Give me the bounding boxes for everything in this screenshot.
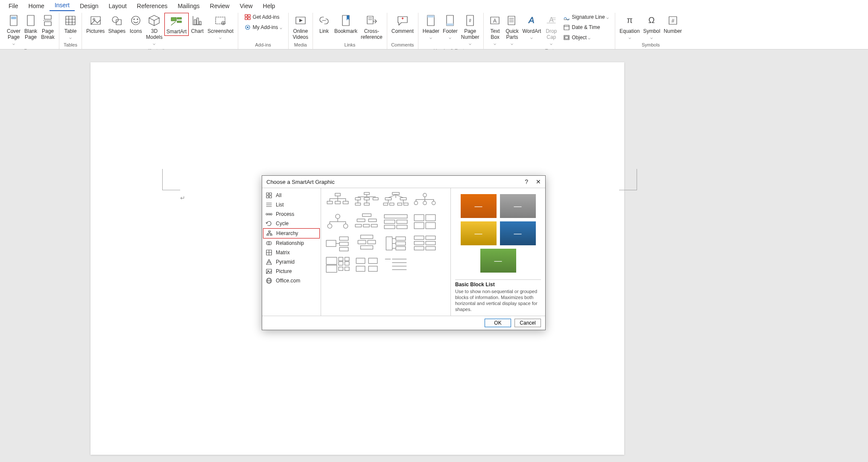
help-button[interactable]: ? [525,178,528,185]
my-addins-button[interactable]: My Add-ins [243,23,284,32]
blank-page-button[interactable]: BlankPage [22,13,39,41]
cat-pyramid[interactable]: Pyramid [263,257,320,267]
chart-button[interactable]: Chart [189,13,206,35]
date-time-button[interactable]: Date & Time [561,23,611,32]
svg-text:#: # [469,18,471,23]
cat-cycle[interactable]: Cycle [263,219,320,228]
header-button[interactable]: Header [421,13,441,41]
screenshot-button[interactable]: Screenshot [206,13,235,41]
equation-button[interactable]: πEquation [618,13,641,41]
svg-rect-188 [326,265,337,273]
pictures-icon [89,14,102,27]
bookmark-button[interactable]: Bookmark [333,13,359,35]
online-videos-button[interactable]: OnlineVideos [291,13,310,41]
cover-page-button[interactable]: CoverPage [5,13,22,47]
comment-button[interactable]: Comment [390,13,415,35]
page-number-icon: # [463,14,477,27]
number-button[interactable]: #Number [662,13,684,35]
icons-button[interactable]: Icons [127,13,144,35]
smartart-thumb[interactable] [354,192,380,210]
close-button[interactable]: ✕ [536,178,541,185]
svg-rect-151 [357,219,365,222]
smartart-thumb[interactable] [324,234,351,253]
cat-hierarchy[interactable]: Hierarchy [263,228,320,238]
category-list: All List Process Cycle Hierarchy Relatio… [262,188,321,316]
svg-rect-167 [339,237,348,240]
signature-line-button[interactable]: Signature Line [561,13,611,21]
svg-rect-183 [414,241,424,245]
cat-all[interactable]: All [263,191,320,200]
svg-rect-198 [368,266,377,271]
svg-rect-110 [335,201,340,204]
smartart-thumb[interactable] [412,234,438,253]
tab-insert[interactable]: Insert [50,0,75,11]
wordart-button[interactable]: AWordArt [520,13,543,41]
cat-list[interactable]: List [263,200,320,209]
pictures-button[interactable]: Pictures [85,13,106,35]
object-button[interactable]: Object [561,33,611,42]
object-icon [563,34,570,41]
number-icon: # [666,14,680,27]
smartart-thumb[interactable] [354,234,380,253]
shapes-button[interactable]: Shapes [106,13,127,35]
svg-rect-1 [11,17,16,19]
footer-button[interactable]: Footer [441,13,459,41]
svg-rect-185 [414,247,424,250]
page-break-button[interactable]: PageBreak [39,13,56,41]
smartart-thumb[interactable] [412,192,438,210]
cancel-button[interactable]: Cancel [514,319,541,327]
cat-process[interactable]: Process [263,209,320,219]
group-media: OnlineVideos Media [289,13,313,49]
tab-mailings[interactable]: Mailings [172,1,205,11]
svg-rect-120 [355,203,360,205]
svg-rect-4 [44,22,51,26]
3d-models-button[interactable]: 3DModels [144,13,164,47]
smartart-thumb[interactable] [383,192,409,210]
cat-office[interactable]: Office.com [263,276,320,285]
smartart-dialog: Choose a SmartArt Graphic ? ✕ All List P… [262,175,546,330]
svg-rect-170 [361,235,373,238]
cross-reference-button[interactable]: Cross-reference [359,13,384,41]
group-symbols: πEquation ΩSymbol #Number Symbols [615,13,686,49]
table-button[interactable]: Table [62,13,79,41]
tab-file[interactable]: File [3,1,23,11]
svg-rect-186 [426,247,435,250]
tab-design[interactable]: Design [75,1,104,11]
cat-relationship[interactable]: Relationship [263,238,320,248]
quick-parts-button[interactable]: QuickParts [503,13,520,47]
cube-icon [147,14,161,27]
get-addins-button[interactable]: Get Add-ins [243,13,284,21]
smartart-thumb[interactable] [354,256,380,274]
smartart-thumb[interactable] [324,213,351,232]
tab-review[interactable]: Review [205,1,235,11]
tab-help[interactable]: Help [258,1,281,11]
tab-references[interactable]: References [132,1,173,11]
smartart-thumb[interactable] [354,213,380,232]
smartart-thumb[interactable] [383,256,409,274]
svg-point-138 [423,201,427,205]
smartart-thumb[interactable] [383,213,409,232]
smartart-thumb[interactable] [383,234,409,253]
video-icon [294,14,307,27]
svg-text:#: # [671,18,674,24]
svg-rect-116 [364,198,369,200]
svg-rect-184 [426,241,435,245]
cat-matrix[interactable]: Matrix [263,248,320,257]
tab-layout[interactable]: Layout [104,1,132,11]
smartart-thumb[interactable] [324,192,351,210]
page-number-button[interactable]: #PageNumber [459,13,481,47]
drop-cap-button[interactable]: ADropCap [543,13,560,47]
link-button[interactable]: Link [316,13,333,35]
addins-icon [244,24,251,31]
svg-rect-130 [383,203,388,205]
smartart-thumb[interactable] [324,256,351,274]
text-box-button[interactable]: ATextBox [486,13,503,47]
ok-button[interactable]: OK [485,319,511,327]
group-label: Symbols [642,41,660,49]
cat-picture[interactable]: Picture [263,267,320,276]
tab-view[interactable]: View [234,1,257,11]
smartart-thumb[interactable] [412,213,438,232]
smartart-button[interactable]: SmartArt [164,13,189,36]
tab-home[interactable]: Home [23,1,50,11]
symbol-button[interactable]: ΩSymbol [641,13,662,41]
